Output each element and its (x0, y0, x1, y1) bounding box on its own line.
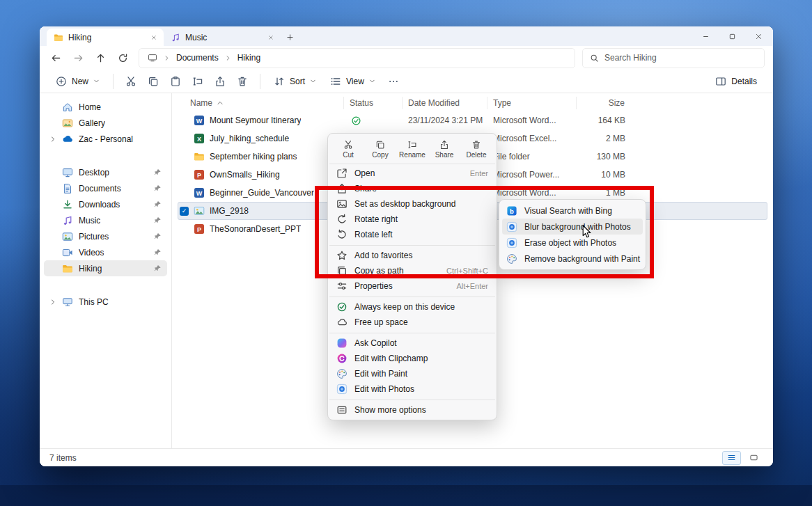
delete-button[interactable] (232, 72, 253, 91)
details-button[interactable]: Details (709, 72, 763, 91)
sort-ascending-icon (217, 100, 224, 106)
pin-icon (154, 264, 162, 272)
sidebar-item[interactable]: Pictures (44, 228, 167, 244)
details-view-button[interactable] (722, 451, 741, 465)
paste-icon (170, 76, 181, 87)
search-box[interactable] (582, 48, 765, 68)
tab-close-button[interactable] (148, 32, 159, 43)
copy-button[interactable] (143, 72, 164, 91)
submenu-item[interactable]: Blur background with Photos (502, 219, 643, 235)
thumbnails-view-button[interactable] (744, 451, 763, 465)
menu-item-label: Free up space (354, 317, 408, 327)
submenu-item[interactable]: b Visual Search with Bing (502, 203, 643, 219)
sidebar-item-icon (62, 134, 73, 145)
back-button[interactable] (45, 47, 66, 68)
context-menu-item[interactable]: Open Enter (331, 166, 494, 181)
submenu-item[interactable]: Remove background with Paint (502, 251, 643, 267)
date-modified-cell: 23/11/2024 3:21 PM (403, 116, 487, 125)
quick-action-button[interactable]: Delete (462, 136, 491, 161)
table-row[interactable]: W Mount Seymour Itinerary 23/11/2024 3:2… (178, 111, 767, 129)
sidebar-item[interactable]: This PC (44, 294, 167, 310)
forward-button[interactable] (68, 47, 88, 68)
context-menu-item[interactable]: Edit with Paint (331, 366, 494, 381)
quick-action-button[interactable]: Share (430, 136, 459, 161)
view-icon (330, 76, 341, 87)
type-cell: Microsoft Power... (487, 170, 577, 180)
column-label: Type (493, 98, 511, 108)
context-menu-item[interactable]: Rotate right (331, 212, 494, 227)
sidebar-item[interactable]: Downloads (44, 196, 167, 212)
svg-text:b: b (510, 207, 514, 214)
menu-item-icon (336, 183, 348, 194)
sidebar-item[interactable]: Videos (44, 244, 167, 260)
context-menu-item[interactable]: Add to favorites (331, 248, 494, 263)
sidebar-item[interactable]: Music (44, 212, 167, 228)
quick-action-button[interactable]: Rename (398, 136, 427, 161)
column-header-date-modified[interactable]: Date Modified (402, 97, 487, 109)
sidebar-item[interactable]: Documents (44, 180, 167, 196)
submenu-item-icon (506, 221, 517, 232)
submenu-item-label: Remove background with Paint (524, 254, 640, 264)
name-cell: W Beginner_Guide_Vancouver (178, 187, 344, 198)
pin-icon (154, 200, 162, 208)
submenu-item-icon (506, 237, 517, 248)
refresh-button[interactable] (112, 47, 133, 68)
svg-text:W: W (196, 118, 203, 125)
sidebar-item[interactable]: Home (44, 99, 167, 115)
context-menu-item[interactable]: Edit with Photos (331, 381, 494, 397)
tab-label: Music (185, 33, 260, 42)
up-button[interactable] (90, 47, 111, 68)
context-menu-item[interactable]: Set as desktop background (331, 196, 494, 212)
context-menu-item[interactable]: Show more options (331, 402, 494, 418)
quick-action-button[interactable]: Cut (334, 136, 363, 161)
column-header-size[interactable]: Size (576, 97, 630, 109)
tab-close-button[interactable] (265, 32, 276, 43)
view-button[interactable]: View (324, 72, 382, 91)
breadcrumb-item-hiking[interactable]: Hiking (237, 53, 260, 63)
context-menu-item[interactable]: Ask Copilot (331, 335, 494, 351)
rename-button[interactable] (187, 72, 208, 91)
column-header-type[interactable]: Type (487, 97, 576, 109)
context-menu-item[interactable]: Share (331, 181, 494, 196)
context-menu-item[interactable]: Properties Alt+Enter (331, 278, 494, 294)
quick-action-label: Copy (372, 151, 388, 159)
sidebar-item[interactable]: Desktop (44, 164, 167, 180)
explorer-tab[interactable]: Music (164, 29, 281, 46)
quick-action-button[interactable]: Copy (366, 136, 395, 161)
row-checkbox[interactable] (180, 207, 189, 216)
context-menu-item[interactable]: Rotate left (331, 227, 494, 242)
file-name: TheSonoranDesert_PPT (210, 224, 301, 234)
sidebar-item[interactable]: Zac - Personal (44, 131, 167, 147)
search-input[interactable] (604, 53, 757, 63)
new-button[interactable]: New (49, 72, 106, 91)
see-more-button[interactable] (383, 72, 404, 91)
submenu-item[interactable]: Erase object with Photos (502, 235, 643, 251)
column-header-name[interactable]: Name (178, 97, 343, 109)
paste-button[interactable] (165, 72, 186, 91)
minimize-button[interactable] (692, 26, 719, 46)
sidebar-item[interactable]: Hiking (44, 260, 167, 276)
context-menu-item[interactable]: Copy as path Ctrl+Shift+C (331, 263, 494, 278)
cut-button[interactable] (120, 72, 141, 91)
expand-chevron-icon[interactable] (49, 136, 56, 143)
context-menu-item[interactable]: Edit with Clipchamp (331, 351, 494, 366)
new-tab-button[interactable] (281, 29, 299, 46)
maximize-button[interactable] (719, 26, 745, 46)
tab-icon (54, 33, 63, 42)
size-cell: 2 MB (577, 134, 631, 143)
expand-chevron-icon[interactable] (49, 299, 56, 306)
menu-item-label: Properties (354, 281, 393, 291)
close-button[interactable] (745, 26, 772, 46)
context-menu-item[interactable]: Free up space (331, 315, 494, 330)
share-button[interactable] (210, 72, 231, 91)
explorer-tab[interactable]: Hiking (47, 29, 164, 46)
menu-item-icon (336, 404, 348, 416)
sort-button[interactable]: Sort (267, 72, 322, 91)
details-button-label: Details (731, 77, 757, 86)
column-header-status[interactable]: Status (343, 97, 402, 109)
breadcrumb[interactable]: Documents Hiking (139, 48, 575, 68)
breadcrumb-item-documents[interactable]: Documents (176, 53, 219, 63)
context-menu-item[interactable]: Always keep on this device (331, 299, 494, 315)
toolbar-separator (113, 74, 114, 89)
sidebar-item[interactable]: Gallery (44, 115, 167, 131)
